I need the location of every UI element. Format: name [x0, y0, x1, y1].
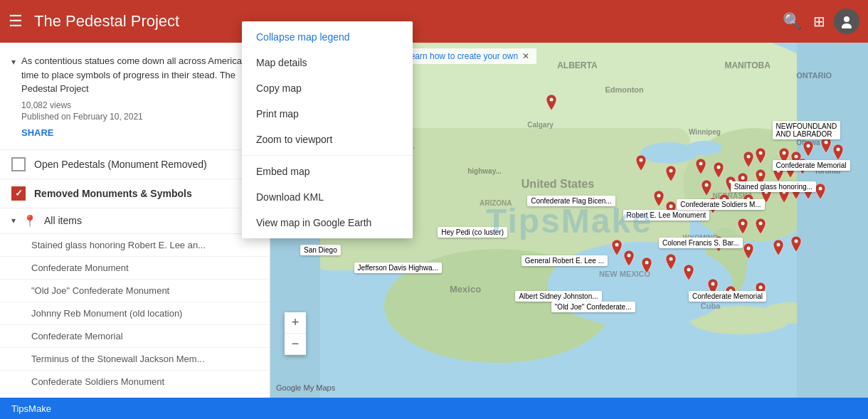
- hamburger-icon[interactable]: ☰: [9, 12, 23, 31]
- search-icon[interactable]: 🔍: [783, 12, 802, 31]
- sidebar: ▾ As contentious statues come down all a…: [0, 43, 270, 398]
- map-pin[interactable]: [755, 218, 766, 238]
- pin-label-hey-pedi[interactable]: Hey Pedi (co luster): [438, 227, 507, 238]
- pin-label-confederate-soldiers[interactable]: Confederate Soldiers M...: [677, 199, 764, 210]
- pin-label-robert-e-lee[interactable]: Robert E. Lee Monument: [623, 210, 710, 221]
- pin-label-colonel-francis[interactable]: Colonel Francis S. Bar...: [659, 238, 743, 248]
- list-item[interactable]: Terminus of the Stonewall Jackson Mem...: [0, 348, 270, 371]
- context-menu-embed-map[interactable]: Embed map: [242, 159, 413, 184]
- map-pin[interactable]: [755, 148, 766, 167]
- pin-label-jefferson-davis[interactable]: Jefferson Davis Highwa...: [354, 262, 442, 273]
- map-pin[interactable]: [737, 218, 748, 238]
- map-pin[interactable]: [790, 236, 802, 255]
- pin-label-stained-glass[interactable]: Stained glass honoring...: [731, 181, 816, 192]
- svg-point-29: [741, 176, 744, 179]
- sidebar-chevron-icon[interactable]: ▾: [11, 57, 16, 67]
- context-menu-map-details[interactable]: Map details: [242, 50, 413, 75]
- map-pin[interactable]: [773, 240, 784, 259]
- svg-point-21: [758, 151, 762, 154]
- zoom-in-button[interactable]: +: [285, 312, 306, 334]
- svg-point-17: [669, 169, 672, 172]
- list-item[interactable]: "Old Joe" Confederate Monument: [0, 280, 270, 302]
- layer-removed-monuments: Removed Monuments & Symbols: [0, 179, 270, 208]
- avatar[interactable]: [834, 9, 859, 34]
- google-maps-label: Google My Maps: [276, 383, 335, 392]
- map-pin[interactable]: [665, 166, 677, 185]
- context-menu-zoom-viewport[interactable]: Zoom to viewport: [242, 127, 413, 152]
- svg-point-12: [687, 141, 722, 155]
- svg-point-53: [669, 258, 672, 261]
- pin-label-confederate-flag[interactable]: Confederate Flag Bicen...: [527, 196, 615, 206]
- layer-open-pedestals-checkbox[interactable]: [11, 157, 26, 171]
- context-menu-print-map[interactable]: Print map: [242, 101, 413, 127]
- map-pin[interactable]: [653, 191, 665, 210]
- context-menu-collapse-legend[interactable]: Collapse map legend: [242, 24, 413, 50]
- svg-point-26: [837, 147, 840, 151]
- sidebar-description-text: As contentious statues come down all acr…: [21, 54, 258, 96]
- pin-label-old-joe[interactable]: "Old Joe" Confederate...: [551, 302, 635, 312]
- pin-label-conf-memorial[interactable]: Confederate Memorial: [689, 291, 766, 302]
- grid-icon[interactable]: ⊞: [813, 13, 825, 30]
- svg-point-0: [844, 16, 850, 22]
- map-pin[interactable]: [743, 243, 754, 262]
- svg-point-35: [669, 204, 672, 208]
- svg-point-47: [747, 247, 751, 250]
- list-item[interactable]: Confederate Soldiers Monument: [0, 371, 270, 393]
- context-menu-divider: [242, 155, 413, 156]
- pin-label-new-foundland[interactable]: NEWFOUNDLANDAND LABRADOR: [773, 121, 841, 139]
- header: ☰ The Pedestal Project 🔍 ⊞: [0, 0, 868, 43]
- pin-label-conf-memorial-2[interactable]: Confederate Memorial: [773, 160, 850, 171]
- pin-label-general-lee[interactable]: General Robert E. Lee ...: [522, 255, 608, 266]
- list-item[interactable]: Stained glass honoring Robert E. Lee an.…: [0, 234, 270, 257]
- list-item[interactable]: Confederate Memorial: [0, 325, 270, 348]
- map-pin[interactable]: [713, 162, 724, 181]
- map-pin[interactable]: [743, 152, 754, 171]
- svg-point-16: [639, 158, 642, 161]
- context-menu-view-google-earth[interactable]: View map in Google Earth: [242, 210, 413, 235]
- map-pin[interactable]: [641, 258, 652, 277]
- pin-label-san-diego[interactable]: San Diego: [300, 245, 341, 255]
- all-items-chevron-icon[interactable]: ▾: [11, 216, 16, 226]
- svg-point-15: [549, 97, 553, 101]
- zoom-controls: + −: [285, 312, 306, 355]
- svg-point-50: [615, 243, 619, 247]
- svg-point-24: [807, 144, 810, 147]
- svg-point-10: [548, 242, 733, 327]
- map-pin[interactable]: [623, 250, 635, 270]
- map-pin[interactable]: [665, 254, 677, 273]
- map-pin[interactable]: [803, 141, 814, 160]
- svg-point-51: [628, 254, 631, 258]
- list-item[interactable]: Confederate Monument: [0, 257, 270, 280]
- map-pin[interactable]: [701, 180, 712, 199]
- map-pin[interactable]: [820, 137, 832, 157]
- map-pin[interactable]: [695, 159, 706, 178]
- pin-label-albert-sidney[interactable]: Albert Sidney Johnston...: [515, 291, 601, 302]
- map-pin[interactable]: [635, 155, 647, 174]
- map-pin[interactable]: [683, 265, 694, 284]
- svg-rect-13: [797, 43, 868, 398]
- svg-point-44: [741, 222, 744, 226]
- context-menu-download-kml[interactable]: Download KML: [242, 184, 413, 210]
- sidebar-published: Published on February 10, 2021: [21, 112, 258, 122]
- svg-point-1: [842, 23, 852, 28]
- zoom-out-button[interactable]: −: [285, 334, 306, 355]
- svg-point-19: [717, 165, 721, 169]
- svg-point-55: [711, 282, 714, 286]
- bottom-bar-text: TipsMake: [11, 403, 51, 414]
- map-pin[interactable]: [611, 240, 623, 259]
- map-pin[interactable]: [815, 184, 826, 203]
- layer-removed-monuments-checkbox[interactable]: [11, 186, 26, 201]
- map-learn-banner[interactable]: Learn how to create your own ✕: [398, 48, 536, 64]
- map-pin[interactable]: [546, 95, 557, 114]
- context-menu-copy-map[interactable]: Copy map: [242, 75, 413, 101]
- list-item[interactable]: Johnny Reb Monument (old location): [0, 302, 270, 325]
- svg-point-18: [699, 161, 702, 165]
- layer-removed-monuments-label: Removed Monuments & Symbols: [34, 188, 192, 199]
- all-items-row: ▾ 📍 All items: [0, 208, 270, 234]
- banner-close-icon[interactable]: ✕: [522, 51, 529, 61]
- svg-point-43: [818, 186, 822, 190]
- sidebar-views: 10,082 views: [21, 100, 258, 110]
- bottom-bar: TipsMake: [0, 398, 868, 419]
- svg-point-22: [783, 151, 786, 154]
- share-button[interactable]: SHARE: [21, 127, 258, 138]
